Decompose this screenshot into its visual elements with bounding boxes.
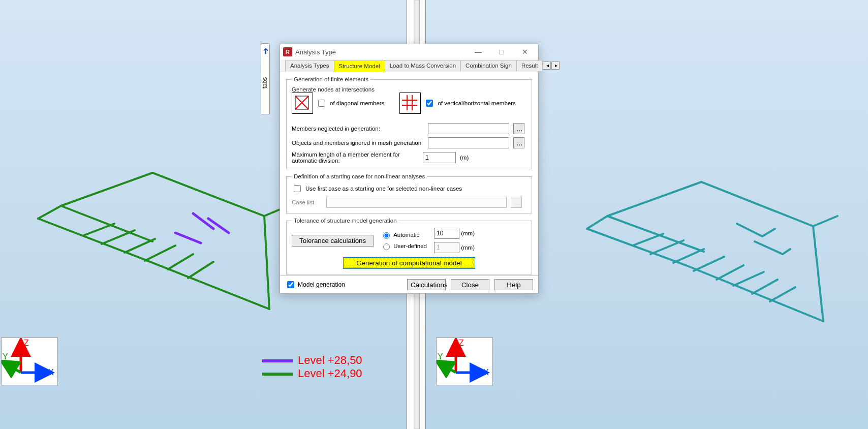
maxlen-input[interactable] bbox=[423, 152, 456, 163]
ignored-picker[interactable]: ... bbox=[513, 137, 524, 148]
axis-gizmo-left: Z X Y bbox=[1, 338, 58, 385]
tabscroll-left[interactable]: ◂ bbox=[543, 62, 551, 70]
ignored-input[interactable] bbox=[428, 137, 509, 148]
legend-swatch-2 bbox=[262, 373, 293, 376]
maxlen-label: Maximum length of a member element for a… bbox=[292, 151, 419, 164]
tab-analysis-types[interactable]: Analysis Types bbox=[285, 60, 334, 71]
caselist-picker: ... bbox=[511, 197, 522, 208]
legend-label-2: Level +24,90 bbox=[298, 367, 362, 380]
svg-line-16 bbox=[752, 280, 778, 294]
grid-intersect-icon[interactable] bbox=[399, 93, 421, 114]
fs-nodes: Generate nodes at intersections of diago… bbox=[292, 86, 526, 120]
cb-model-generation-label: Model generation bbox=[298, 281, 345, 288]
close-button[interactable]: ✕ bbox=[515, 45, 535, 59]
svg-line-17 bbox=[770, 287, 795, 301]
legend-swatch-1 bbox=[262, 359, 293, 362]
tab-load-to-mass[interactable]: Load to Mass Conversion bbox=[385, 60, 461, 71]
cb-vertical-horizontal[interactable] bbox=[426, 100, 433, 107]
tolerance-calculations-button[interactable]: Tolerance calculations bbox=[292, 235, 374, 247]
svg-line-12 bbox=[673, 249, 704, 263]
svg-line-18 bbox=[813, 216, 838, 226]
tabstrip: Analysis Types Structure Model Load to M… bbox=[280, 59, 538, 72]
neglected-input[interactable] bbox=[428, 123, 509, 134]
tol-auto-input[interactable] bbox=[434, 228, 459, 239]
neglected-picker[interactable]: ... bbox=[513, 123, 524, 134]
fs-tolerance: Tolerance of structure model generation … bbox=[286, 218, 532, 274]
cb-model-generation[interactable] bbox=[287, 281, 294, 288]
app-icon: R bbox=[283, 47, 292, 56]
svg-line-10 bbox=[633, 234, 663, 246]
tab-structure-model[interactable]: Structure Model bbox=[334, 60, 385, 72]
close-dialog-button[interactable]: Close bbox=[451, 279, 489, 290]
cb-use-first-case[interactable] bbox=[294, 185, 301, 192]
minimize-button[interactable]: — bbox=[468, 45, 488, 59]
legend-label-1: Level +28,50 bbox=[298, 354, 362, 366]
cb-vh-label: of vertical/horizontal members bbox=[438, 100, 515, 106]
caselist-label: Case list bbox=[292, 199, 322, 205]
svg-text:Y: Y bbox=[438, 352, 443, 361]
fs-generation-legend: Generation of finite elements bbox=[292, 76, 370, 82]
cb-diagonal[interactable] bbox=[318, 100, 325, 107]
svg-line-2 bbox=[125, 239, 155, 253]
side-tabs-label: tabs bbox=[261, 77, 268, 89]
svg-line-9 bbox=[175, 233, 201, 243]
maximize-button[interactable]: □ bbox=[491, 45, 512, 59]
axis-y-label: Y bbox=[3, 352, 8, 361]
diagonal-intersect-icon[interactable] bbox=[292, 93, 313, 114]
svg-line-24 bbox=[441, 363, 456, 373]
chevron-left-icon: ➔ bbox=[261, 48, 269, 54]
svg-line-13 bbox=[694, 257, 724, 271]
caselist-input bbox=[326, 197, 507, 208]
help-button[interactable]: Help bbox=[494, 279, 533, 290]
svg-text:X: X bbox=[483, 368, 489, 377]
cb-use-first-label: Use first case as a starting one for sel… bbox=[305, 186, 462, 192]
svg-line-8 bbox=[208, 219, 229, 233]
svg-text:Z: Z bbox=[459, 339, 464, 347]
analysis-type-dialog: R Analysis Type — □ ✕ Analysis Types Str… bbox=[280, 44, 539, 294]
titlebar[interactable]: R Analysis Type — □ ✕ bbox=[280, 44, 538, 59]
fs-generation: Generation of finite elements Generate n… bbox=[286, 76, 532, 169]
cb-diagonal-label: of diagonal members bbox=[330, 100, 384, 106]
tol-user-input bbox=[434, 242, 459, 253]
fs-starting-case: Definition of a starting case for non-li… bbox=[286, 173, 532, 213]
tab-combination-sign[interactable]: Combination Sign bbox=[460, 60, 517, 71]
svg-line-3 bbox=[145, 246, 175, 261]
svg-line-4 bbox=[168, 254, 193, 269]
svg-line-11 bbox=[650, 240, 684, 254]
svg-line-5 bbox=[188, 262, 213, 278]
fs-tolerance-legend: Tolerance of structure model generation bbox=[292, 218, 399, 224]
svg-line-21 bbox=[6, 363, 21, 373]
tab-result[interactable]: Result bbox=[516, 60, 543, 71]
radio-automatic[interactable] bbox=[383, 232, 390, 239]
svg-line-7 bbox=[193, 213, 213, 229]
dialog-title: Analysis Type bbox=[295, 48, 336, 56]
generate-computational-model-button[interactable]: Generation of computational model bbox=[343, 257, 475, 269]
fs-starting-legend: Definition of a starting case for non-li… bbox=[292, 173, 427, 179]
side-tabs-handle[interactable]: ➔ tabs bbox=[261, 43, 270, 114]
maxlen-unit: (m) bbox=[460, 155, 469, 161]
svg-line-14 bbox=[717, 265, 743, 280]
svg-line-1 bbox=[102, 230, 135, 244]
axis-z-label: Z bbox=[24, 339, 29, 347]
svg-line-0 bbox=[84, 224, 114, 235]
radio-user-defined[interactable] bbox=[383, 243, 390, 250]
tabscroll-right[interactable]: ▸ bbox=[551, 62, 560, 70]
model-view-right bbox=[549, 178, 868, 371]
axis-gizmo-right: Z X Y bbox=[436, 338, 493, 385]
fs-nodes-legend: Generate nodes at intersections bbox=[292, 86, 375, 93]
neglected-label: Members neglected in generation: bbox=[292, 126, 424, 132]
svg-line-15 bbox=[733, 272, 764, 286]
axis-x-label: X bbox=[48, 368, 54, 377]
calculations-button[interactable]: Calculations bbox=[407, 279, 446, 290]
legend: Level +28,50 Level +24,90 bbox=[262, 354, 362, 380]
dialog-footer: Model generation Calculations Close Help bbox=[280, 275, 538, 293]
ignored-label: Objects and members ignored in mesh gene… bbox=[292, 140, 424, 146]
